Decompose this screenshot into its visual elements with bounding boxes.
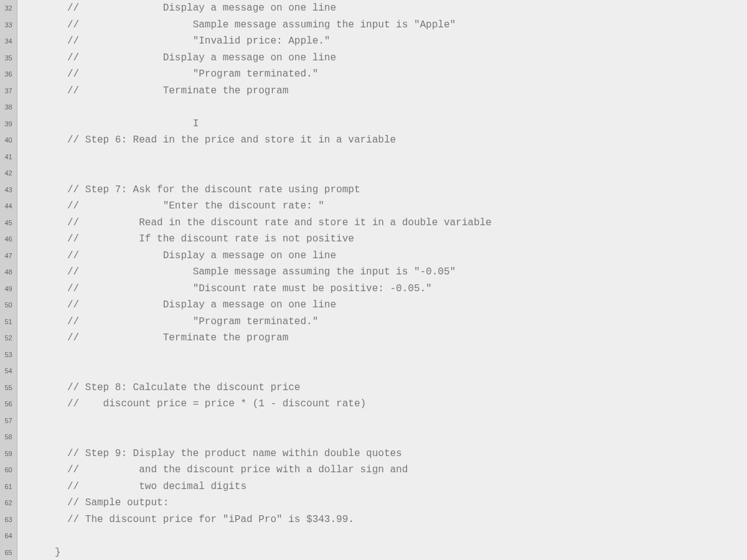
line-number: 39 [0, 116, 17, 133]
line-number: 34 [0, 33, 17, 50]
code-line[interactable]: // "Invalid price: Apple." [17, 33, 747, 50]
code-line[interactable]: // Terminate the program [17, 83, 747, 100]
line-number: 64 [0, 528, 17, 544]
line-number: 56 [0, 396, 17, 413]
line-number: 48 [0, 264, 17, 281]
code-line[interactable]: // Display a message on one line [17, 50, 747, 67]
line-number: 41 [0, 149, 17, 166]
code-line[interactable] [17, 165, 747, 182]
line-number: 36 [0, 66, 17, 83]
code-editor-area[interactable]: // Display a message on one line// Sampl… [17, 0, 747, 560]
code-line[interactable]: // Display a message on one line [17, 248, 747, 264]
code-line[interactable]: // Step 8: Calculate the discount price [17, 380, 747, 396]
code-line[interactable]: // Display a message on one line [17, 0, 747, 17]
code-line[interactable] [17, 429, 747, 446]
line-number: 58 [0, 429, 17, 446]
line-number: 49 [0, 281, 17, 297]
code-line[interactable]: // Sample output: [17, 495, 747, 511]
code-line[interactable] [17, 149, 747, 166]
line-number: 38 [0, 99, 17, 116]
line-number: 62 [0, 495, 17, 511]
line-number: 44 [0, 198, 17, 215]
code-line[interactable]: // Step 7: Ask for the discount rate usi… [17, 182, 747, 198]
code-line[interactable]: // "Program terminated." [17, 66, 747, 83]
code-line[interactable]: // and the discount price with a dollar … [17, 462, 747, 478]
line-number: 42 [0, 165, 17, 182]
line-number: 33 [0, 17, 17, 34]
line-number: 55 [0, 380, 17, 396]
code-line[interactable]: // "Enter the discount rate: " [17, 198, 747, 215]
line-number: 51 [0, 314, 17, 330]
line-number: 46 [0, 231, 17, 248]
code-line[interactable]: // The discount price for "iPad Pro" is … [17, 511, 747, 528]
line-number: 63 [0, 511, 17, 528]
code-line[interactable]: // Sample message assuming the input is … [17, 264, 747, 281]
line-number: 35 [0, 50, 17, 67]
line-number: 45 [0, 215, 17, 231]
code-line[interactable] [17, 528, 747, 544]
code-line[interactable]: // "Discount rate must be positive: -0.0… [17, 281, 747, 297]
line-number: 37 [0, 83, 17, 100]
line-number: 60 [0, 462, 17, 478]
code-line[interactable]: // "Program terminated." [17, 314, 747, 330]
line-number: 50 [0, 297, 17, 314]
code-line[interactable]: I [17, 116, 747, 133]
line-number: 65 [0, 544, 17, 561]
line-number: 52 [0, 330, 17, 347]
line-number-gutter: 3233343536373839404142434445464748495051… [0, 0, 17, 560]
line-number: 61 [0, 478, 17, 495]
code-line[interactable] [17, 347, 747, 363]
code-line[interactable]: // discount price = price * (1 - discoun… [17, 396, 747, 413]
line-number: 54 [0, 363, 17, 380]
line-number: 53 [0, 347, 17, 363]
code-line[interactable]: // Display a message on one line [17, 297, 747, 314]
line-number: 59 [0, 446, 17, 462]
code-line[interactable]: // Step 9: Display the product name with… [17, 446, 747, 462]
line-number: 47 [0, 248, 17, 264]
code-line[interactable] [17, 99, 747, 116]
code-line[interactable]: // If the discount rate is not positive [17, 231, 747, 248]
line-number: 40 [0, 132, 17, 149]
code-line[interactable]: // Terminate the program [17, 330, 747, 347]
code-line[interactable] [17, 413, 747, 429]
code-line[interactable]: // Step 6: Read in the price and store i… [17, 132, 747, 149]
code-line[interactable]: // Read in the discount rate and store i… [17, 215, 747, 231]
code-line[interactable]: // Sample message assuming the input is … [17, 17, 747, 34]
line-number: 57 [0, 413, 17, 429]
code-line[interactable]: } [17, 544, 747, 561]
code-line[interactable]: // two decimal digits [17, 478, 747, 495]
line-number: 43 [0, 182, 17, 198]
line-number: 32 [0, 0, 17, 17]
code-line[interactable] [17, 363, 747, 380]
